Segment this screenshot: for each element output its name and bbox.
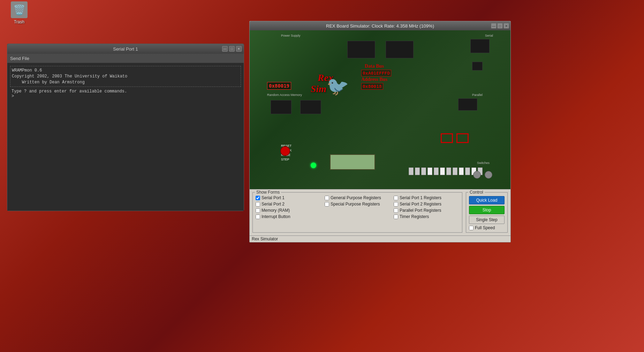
board-image-area: Power Supply Serial Random Access Memory… bbox=[250, 30, 510, 189]
rex-titlebar: REX Board Simulator: Clock Rate: 4.358 M… bbox=[250, 21, 510, 30]
checkbox-serial-port-2-regs-label: Serial Port 2 Registers bbox=[400, 202, 441, 207]
show-forms-legend: Show Forms bbox=[255, 190, 281, 195]
serial-window-controls: — □ ✕ bbox=[222, 46, 242, 52]
switch-5[interactable] bbox=[434, 167, 439, 175]
checkbox-serial-port-1[interactable]: Serial Port 1 bbox=[256, 195, 321, 200]
checkbox-timer-regs-input[interactable] bbox=[394, 215, 398, 219]
lcd-display bbox=[330, 154, 375, 170]
serial-window-title: Serial Port 1 bbox=[113, 46, 138, 52]
data-bus-value: 0xA01EFFFD bbox=[361, 70, 391, 76]
checkbox-serial-port-2-input[interactable] bbox=[256, 202, 260, 207]
checkbox-interrupt-button-input[interactable] bbox=[256, 215, 260, 219]
rex-simulator-window: REX Board Simulator: Clock Rate: 4.358 M… bbox=[249, 21, 511, 242]
checkbox-spr[interactable]: Special Purpose Registers bbox=[325, 202, 390, 207]
serial-minimize-button[interactable]: — bbox=[222, 46, 228, 52]
full-speed-checkbox-input[interactable] bbox=[469, 226, 473, 230]
circuit-board: Power Supply Serial Random Access Memory… bbox=[250, 30, 510, 189]
checkbox-parallel-port-regs[interactable]: Parallel Port Registers bbox=[394, 208, 459, 213]
checkbox-memory-ram[interactable]: Memory (RAM) bbox=[256, 208, 321, 213]
knob-1[interactable] bbox=[473, 171, 481, 179]
chip-medium-2 bbox=[300, 100, 321, 114]
red-indicator-right bbox=[456, 133, 469, 143]
chip-medium-1 bbox=[271, 100, 291, 114]
checkbox-gpr-label: General Purpose Registers bbox=[331, 195, 381, 200]
rex-sim-logo: Sim bbox=[311, 83, 326, 95]
addr-bus-label: Address Bus bbox=[361, 77, 387, 82]
switch-6[interactable] bbox=[440, 167, 445, 175]
status-text: Rex Simulator bbox=[252, 237, 278, 241]
checkbox-empty-2 bbox=[325, 214, 390, 219]
serial-label: Serial bbox=[485, 34, 493, 37]
chip-serial bbox=[470, 39, 490, 53]
control-group: Control Quick Load Stop Single Step Full… bbox=[466, 192, 508, 233]
checkbox-timer-regs[interactable]: Timer Registers bbox=[394, 214, 459, 219]
addr-bus-value: 0x80018 bbox=[361, 83, 383, 90]
checkbox-spr-label: Special Purpose Registers bbox=[331, 202, 380, 207]
quick-load-button[interactable]: Quick Load bbox=[469, 196, 505, 204]
parallel-label: Parallel bbox=[472, 93, 483, 97]
switch-9[interactable] bbox=[459, 167, 464, 175]
switch-10[interactable] bbox=[465, 167, 470, 175]
checkbox-memory-ram-input[interactable] bbox=[256, 208, 260, 213]
checkbox-interrupt-button[interactable]: Interrupt Button bbox=[256, 214, 321, 219]
chip-small bbox=[472, 62, 483, 70]
checkbox-memory-ram-label: Memory (RAM) bbox=[262, 208, 290, 213]
data-bus-label: Data Bus bbox=[365, 63, 384, 69]
serial-close-button[interactable]: ✕ bbox=[236, 46, 242, 52]
switch-8[interactable] bbox=[453, 167, 457, 175]
checkboxes-grid: Serial Port 1 General Purpose Registers … bbox=[256, 195, 459, 219]
chip-parallel bbox=[458, 98, 477, 111]
pc-value: 0x80019 bbox=[267, 82, 291, 90]
checkbox-serial-port-1-regs[interactable]: Serial Port 1 Registers bbox=[394, 195, 459, 200]
checkbox-serial-port-2-regs-input[interactable] bbox=[394, 202, 398, 207]
knob-2[interactable] bbox=[485, 171, 492, 179]
switches-row bbox=[409, 167, 483, 175]
terminal-prompt: Type ? and press enter for available com… bbox=[9, 88, 242, 99]
bottom-panel: Show Forms Serial Port 1 General Purpose… bbox=[250, 189, 510, 235]
rex-close-button[interactable]: ✕ bbox=[503, 23, 509, 29]
trash-label: Trash bbox=[14, 20, 24, 24]
switch-7[interactable] bbox=[446, 167, 451, 175]
ram-label: Random Access Memory bbox=[267, 93, 302, 97]
switch-2[interactable] bbox=[415, 167, 420, 175]
power-supply-label: Power Supply bbox=[281, 34, 301, 37]
rex-window-title: REX Board Simulator: Clock Rate: 4.358 M… bbox=[326, 23, 434, 29]
serial-port-window: Serial Port 1 — □ ✕ Send File WRAMPmon 0… bbox=[7, 44, 244, 211]
checkbox-parallel-port-regs-input[interactable] bbox=[394, 208, 398, 213]
chip-1 bbox=[347, 41, 375, 58]
checkbox-parallel-port-regs-label: Parallel Port Registers bbox=[400, 208, 441, 213]
rex-minimize-button[interactable]: — bbox=[491, 23, 497, 29]
reset-button[interactable] bbox=[280, 146, 290, 156]
checkbox-gpr[interactable]: General Purpose Registers bbox=[325, 195, 390, 200]
checkbox-serial-port-2-regs[interactable]: Serial Port 2 Registers bbox=[394, 202, 459, 207]
rex-maximize-button[interactable]: □ bbox=[497, 23, 503, 29]
red-indicator-left bbox=[441, 133, 453, 143]
checkbox-serial-port-1-label: Serial Port 1 bbox=[262, 195, 285, 200]
single-step-button[interactable]: Single Step bbox=[469, 216, 505, 224]
switch-1[interactable] bbox=[409, 167, 414, 175]
serial-window-titlebar: Serial Port 1 — □ ✕ bbox=[7, 44, 244, 54]
rex-window-controls: — □ ✕ bbox=[491, 23, 509, 29]
terminal-output: WRAMPmon 0.6 Copyright 2002, 2003 The Un… bbox=[10, 66, 241, 87]
full-speed-label: Full Speed bbox=[475, 225, 495, 230]
serial-maximize-button[interactable]: □ bbox=[229, 46, 235, 52]
show-forms-group: Show Forms Serial Port 1 General Purpose… bbox=[252, 192, 462, 233]
switch-4[interactable] bbox=[427, 167, 432, 175]
checkbox-spr-input[interactable] bbox=[325, 202, 329, 207]
switch-3[interactable] bbox=[421, 167, 426, 175]
stop-button[interactable]: Stop bbox=[469, 206, 505, 214]
checkbox-interrupt-button-label: Interrupt Button bbox=[262, 214, 290, 219]
checkbox-serial-port-2-label: Serial Port 2 bbox=[262, 202, 285, 207]
serial-toolbar: Send File bbox=[7, 54, 244, 63]
checkbox-serial-port-1-regs-input[interactable] bbox=[394, 196, 398, 200]
control-legend: Control bbox=[468, 190, 485, 195]
send-file-label: Send File bbox=[10, 56, 29, 61]
checkbox-serial-port-1-regs-label: Serial Port 1 Registers bbox=[400, 195, 441, 200]
bird-image: 🐦 bbox=[326, 76, 349, 97]
checkbox-serial-port-2[interactable]: Serial Port 2 bbox=[256, 202, 321, 207]
full-speed-checkbox[interactable]: Full Speed bbox=[469, 225, 505, 230]
chip-2 bbox=[386, 41, 414, 58]
checkbox-serial-port-1-input[interactable] bbox=[256, 196, 260, 200]
trash-icon[interactable]: 🗑️ Trash bbox=[7, 0, 31, 26]
checkbox-gpr-input[interactable] bbox=[325, 196, 329, 200]
